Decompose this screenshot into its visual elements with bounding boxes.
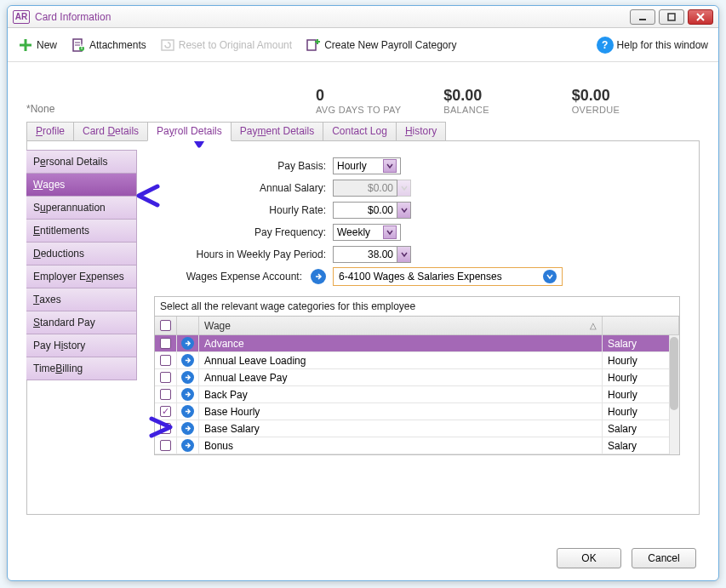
dropdown-icon [543,270,557,283]
annual-salary-input: $0.00 [333,180,397,197]
hours-label: Hours in Weekly Pay Period: [154,248,333,260]
row-wage-type: Hourly [603,369,679,385]
sidetab-wages[interactable]: Wages [26,173,137,197]
table-row[interactable]: Base HourlyHourly [155,403,679,420]
sidetab-entitlements[interactable]: Entitlements [26,219,137,243]
row-checkbox[interactable] [160,440,171,451]
help-button[interactable]: ? Help for this window [597,37,708,54]
row-open-button[interactable] [177,420,199,437]
col-wage-header[interactable]: Wage △ [199,317,603,334]
sidetab-standard-pay[interactable]: Standard Pay [26,311,137,334]
table-header: Wage △ [155,317,679,335]
row-wage-type: Salary [603,335,679,351]
row-wage-type: Hourly [603,403,679,420]
sidetab-personal-details[interactable]: Personal Details [26,150,137,174]
row-checkbox[interactable] [160,406,171,417]
table-row[interactable]: AdvanceSalary [155,335,679,352]
arrow-right-icon [181,422,194,435]
svg-rect-1 [668,14,675,20]
hours-input[interactable]: 38.00 [333,246,397,263]
sidetab-superannuation[interactable]: Superannuation [26,196,137,220]
stat-label: BALANCE [443,105,571,115]
tab-contact-log[interactable]: Contact Log [323,122,397,140]
arrow-right-icon [181,388,194,401]
minimize-button[interactable] [630,9,655,25]
tab-card-details[interactable]: Card Details [73,122,148,140]
table-row[interactable]: Base SalarySalary [155,420,679,437]
row-checkbox[interactable] [160,423,171,434]
stat-balance: $0.00 BALANCE [443,87,571,122]
plus-icon [18,37,33,53]
wages-account-input[interactable]: 6-4100 Wages & Salaries Expenses [333,267,563,286]
col-type-header[interactable] [603,317,679,334]
row-open-button[interactable] [177,352,199,368]
row-wage-name: Bonus [199,437,603,454]
help-icon: ? [597,37,614,54]
tab-payment-details[interactable]: Payment Details [231,122,323,140]
stat-value: $0.00 [443,87,571,105]
arrow-right-icon [181,354,194,367]
scrollbar[interactable] [669,335,679,454]
row-open-button[interactable] [177,403,199,420]
row-checkbox[interactable] [160,355,171,366]
stat-value: 0 [316,87,443,105]
create-category-label: Create New Payroll Category [324,39,456,51]
table-row[interactable]: BonusSalary [155,437,679,454]
ok-button[interactable]: OK [557,548,621,568]
reset-icon [160,37,175,53]
cancel-button[interactable]: Cancel [632,548,696,568]
sidetab-deductions[interactable]: Deductions [26,242,137,265]
row-checkbox[interactable] [160,372,171,383]
row-open-button[interactable] [177,386,199,402]
row-checkbox[interactable] [160,389,171,400]
close-button[interactable] [688,9,713,25]
hourly-rate-input[interactable]: $0.00 [333,202,397,219]
col-checkbox[interactable] [155,317,177,334]
row-wage-type: Hourly [603,352,679,368]
row-wage-name: Base Salary [199,420,603,437]
sidetab-time-billing[interactable]: Time Billing [26,357,137,380]
document-icon: + [71,37,86,53]
spin-icon[interactable] [397,202,411,219]
row-wage-type: Salary [603,437,679,454]
create-payroll-category-button[interactable]: Create New Payroll Category [306,37,456,53]
row-wage-type: Hourly [603,386,679,402]
reset-amount-button: Reset to Original Amount [160,37,292,53]
attachments-label: Attachments [89,39,146,51]
row-checkbox[interactable] [160,338,171,349]
arrow-right-icon [181,337,194,350]
maximize-button[interactable] [659,9,684,25]
attachments-button[interactable]: + Attachments [71,37,146,53]
stat-label: OVERDUE [572,105,700,115]
spin-icon[interactable] [397,246,411,263]
table-row[interactable]: Annual Leave LoadingHourly [155,352,679,369]
tab-profile[interactable]: Profile [26,122,74,140]
tab-payroll-details[interactable]: Payroll Details [147,122,232,141]
row-wage-name: Base Hourly [199,403,603,420]
titlebar: AR Card Information [8,6,718,28]
wages-account-value: 6-4100 Wages & Salaries Expenses [339,271,502,283]
row-open-button[interactable] [177,335,199,351]
row-open-button[interactable] [177,369,199,385]
tab-history[interactable]: History [396,122,446,140]
row-wage-name: Annual Leave Pay [199,369,603,385]
pay-basis-select[interactable]: Hourly [333,157,401,174]
table-caption: Select all the relevant wage categories … [155,297,679,316]
table-row[interactable]: Annual Leave PayHourly [155,369,679,386]
sidetab-employer-expenses[interactable]: Employer Expenses [26,265,137,288]
row-open-button[interactable] [177,437,199,454]
header-checkbox[interactable] [160,320,171,331]
new-button[interactable]: New [18,37,57,53]
sidetab-pay-history[interactable]: Pay History [26,334,137,357]
pay-frequency-label: Pay Frequency: [154,226,333,238]
row-wage-name: Advance [199,335,603,351]
toolbar: New + Attachments Reset to Original Amou… [8,28,718,62]
sidetab-taxes[interactable]: Taxes [26,288,137,311]
pay-frequency-select[interactable]: Weekly [333,224,401,241]
row-wage-type: Salary [603,420,679,437]
col-go [177,317,199,334]
scrollbar-thumb[interactable] [670,337,678,410]
row-wage-name: Back Pay [199,386,603,402]
lookup-arrow-icon[interactable] [311,269,326,284]
table-row[interactable]: Back PayHourly [155,386,679,403]
